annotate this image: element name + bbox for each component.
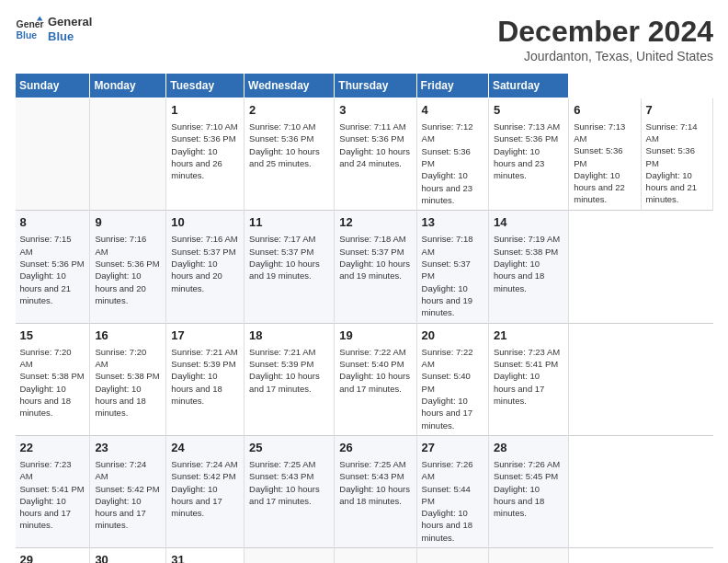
sunset-text: Sunset: 5:40 PM xyxy=(422,371,471,393)
day-number: 23 xyxy=(95,440,161,456)
day-number: 10 xyxy=(171,214,239,231)
daylight-text: Daylight: 10 hours and 19 minutes. xyxy=(339,259,410,281)
calendar-week-row: 15Sunrise: 7:20 AMSunset: 5:38 PMDayligh… xyxy=(16,323,713,435)
month-title: December 2024 xyxy=(497,15,713,49)
table-row xyxy=(488,548,568,563)
table-row: 10Sunrise: 7:16 AMSunset: 5:37 PMDayligh… xyxy=(166,211,245,323)
sunrise-text: Sunrise: 7:12 AM xyxy=(422,121,473,144)
table-row: 8Sunrise: 7:15 AMSunset: 5:36 PMDaylight… xyxy=(16,211,90,323)
table-row: 16Sunrise: 7:20 AMSunset: 5:38 PMDayligh… xyxy=(90,323,166,435)
sunset-text: Sunset: 5:38 PM xyxy=(494,247,558,257)
sunset-text: Sunset: 5:36 PM xyxy=(422,146,471,168)
table-row: 30Sunrise: 7:27 AMSunset: 5:46 PMDayligh… xyxy=(90,548,166,563)
table-row: 17Sunrise: 7:21 AMSunset: 5:39 PMDayligh… xyxy=(166,323,245,435)
table-row: 26Sunrise: 7:25 AMSunset: 5:43 PMDayligh… xyxy=(335,435,416,547)
day-number: 4 xyxy=(422,102,483,119)
sunset-text: Sunset: 5:43 PM xyxy=(339,471,404,481)
table-row: 31Sunrise: 7:27 AMSunset: 5:46 PMDayligh… xyxy=(166,548,245,563)
sunrise-text: Sunrise: 7:16 AM xyxy=(95,234,146,256)
sunrise-text: Sunrise: 7:13 AM xyxy=(574,121,625,144)
table-row: 28Sunrise: 7:26 AMSunset: 5:45 PMDayligh… xyxy=(488,435,568,547)
daylight-text: Daylight: 10 hours and 17 minutes. xyxy=(494,371,544,406)
daylight-text: Daylight: 10 hours and 26 minutes. xyxy=(171,146,222,181)
calendar-week-row: 1Sunrise: 7:10 AMSunset: 5:36 PMDaylight… xyxy=(16,98,713,211)
table-row: 21Sunrise: 7:23 AMSunset: 5:41 PMDayligh… xyxy=(488,323,568,435)
sunset-text: Sunset: 5:40 PM xyxy=(339,359,404,369)
sunset-text: Sunset: 5:38 PM xyxy=(20,371,85,381)
header: General Blue General Blue December 2024 … xyxy=(15,15,713,63)
day-number: 22 xyxy=(20,440,85,456)
calendar-header-row: Sunday Monday Tuesday Wednesday Thursday… xyxy=(16,74,713,98)
day-number: 13 xyxy=(422,214,483,231)
table-row: 12Sunrise: 7:18 AMSunset: 5:37 PMDayligh… xyxy=(335,211,416,323)
day-number: 6 xyxy=(574,102,635,119)
day-number: 8 xyxy=(20,214,85,231)
sunrise-text: Sunrise: 7:18 AM xyxy=(422,234,473,256)
table-row: 15Sunrise: 7:20 AMSunset: 5:38 PMDayligh… xyxy=(16,323,90,435)
daylight-text: Daylight: 10 hours and 18 minutes. xyxy=(494,484,544,519)
sunset-text: Sunset: 5:41 PM xyxy=(494,359,558,369)
day-number: 5 xyxy=(494,102,563,119)
title-area: December 2024 Jourdanton, Texas, United … xyxy=(497,15,713,63)
sunrise-text: Sunrise: 7:25 AM xyxy=(339,459,405,469)
day-number: 11 xyxy=(249,214,329,231)
sunrise-text: Sunrise: 7:24 AM xyxy=(171,459,237,469)
logo-icon: General Blue xyxy=(15,15,44,44)
table-row: 9Sunrise: 7:16 AMSunset: 5:36 PMDaylight… xyxy=(90,211,166,323)
daylight-text: Daylight: 10 hours and 24 minutes. xyxy=(339,146,410,168)
sunrise-text: Sunrise: 7:15 AM xyxy=(20,234,72,256)
sunset-text: Sunset: 5:37 PM xyxy=(339,247,404,257)
sunset-text: Sunset: 5:45 PM xyxy=(494,471,558,481)
daylight-text: Daylight: 10 hours and 21 minutes. xyxy=(20,270,71,305)
daylight-text: Daylight: 10 hours and 18 minutes. xyxy=(171,371,222,406)
daylight-text: Daylight: 10 hours and 20 minutes. xyxy=(95,270,145,305)
sunrise-text: Sunrise: 7:21 AM xyxy=(171,347,237,357)
day-number: 14 xyxy=(494,214,563,231)
sunrise-text: Sunrise: 7:13 AM xyxy=(494,121,560,132)
sunset-text: Sunset: 5:42 PM xyxy=(171,471,235,481)
sunrise-text: Sunrise: 7:25 AM xyxy=(249,459,315,469)
daylight-text: Daylight: 10 hours and 17 minutes. xyxy=(339,371,410,393)
svg-marker-2 xyxy=(37,17,42,21)
sunrise-text: Sunrise: 7:19 AM xyxy=(494,234,560,244)
day-number: 15 xyxy=(20,327,85,344)
svg-text:Blue: Blue xyxy=(17,30,38,40)
sunrise-text: Sunrise: 7:23 AM xyxy=(494,347,560,357)
day-number: 26 xyxy=(339,440,411,456)
col-friday: Friday xyxy=(416,74,488,98)
sunset-text: Sunset: 5:44 PM xyxy=(422,484,471,506)
daylight-text: Daylight: 10 hours and 23 minutes. xyxy=(494,146,544,181)
table-row: 27Sunrise: 7:26 AMSunset: 5:44 PMDayligh… xyxy=(416,435,488,547)
daylight-text: Daylight: 10 hours and 18 minutes. xyxy=(422,508,472,543)
table-row xyxy=(416,548,488,563)
table-row: 22Sunrise: 7:23 AMSunset: 5:41 PMDayligh… xyxy=(16,435,90,547)
daylight-text: Daylight: 10 hours and 19 minutes. xyxy=(422,283,472,318)
logo-line2: Blue xyxy=(48,29,92,44)
table-row: 1Sunrise: 7:10 AMSunset: 5:36 PMDaylight… xyxy=(166,98,245,211)
table-row: 2Sunrise: 7:10 AMSunset: 5:36 PMDaylight… xyxy=(245,98,335,211)
day-number: 30 xyxy=(95,552,161,563)
day-number: 17 xyxy=(171,327,239,344)
day-number: 29 xyxy=(20,552,85,563)
sunrise-text: Sunrise: 7:20 AM xyxy=(20,347,72,369)
col-wednesday: Wednesday xyxy=(245,74,335,98)
day-number: 2 xyxy=(249,102,329,119)
daylight-text: Daylight: 10 hours and 17 minutes. xyxy=(171,484,222,519)
sunset-text: Sunset: 5:36 PM xyxy=(646,145,695,167)
table-row: 13Sunrise: 7:18 AMSunset: 5:37 PMDayligh… xyxy=(416,211,488,323)
day-number: 31 xyxy=(171,552,239,563)
sunset-text: Sunset: 5:36 PM xyxy=(171,133,235,144)
sunset-text: Sunset: 5:39 PM xyxy=(171,359,235,369)
day-number: 25 xyxy=(249,440,329,456)
daylight-text: Daylight: 10 hours and 21 minutes. xyxy=(646,170,697,205)
sunset-text: Sunset: 5:36 PM xyxy=(339,133,404,144)
sunrise-text: Sunrise: 7:20 AM xyxy=(95,347,146,369)
table-row: 25Sunrise: 7:25 AMSunset: 5:43 PMDayligh… xyxy=(245,435,335,547)
col-sunday: Sunday xyxy=(16,74,90,98)
col-thursday: Thursday xyxy=(335,74,416,98)
sunrise-text: Sunrise: 7:22 AM xyxy=(339,347,405,357)
sunrise-text: Sunrise: 7:26 AM xyxy=(494,459,560,469)
table-row xyxy=(16,98,90,211)
svg-text:General: General xyxy=(17,19,44,29)
sunrise-text: Sunrise: 7:24 AM xyxy=(95,459,146,481)
